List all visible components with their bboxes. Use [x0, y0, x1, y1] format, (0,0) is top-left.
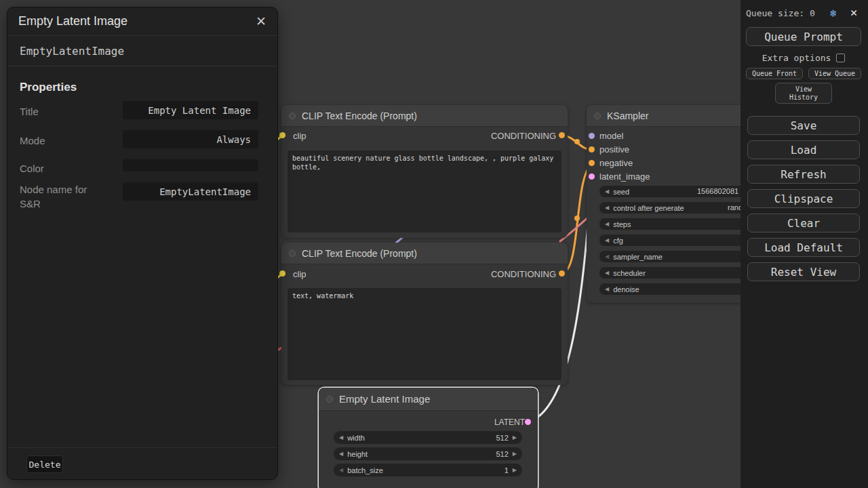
batch-size-widget[interactable]: ◀ batch_size 1 ▶ [334, 464, 522, 476]
model-input-dot[interactable] [589, 133, 595, 139]
decrement-arrow-icon[interactable]: ◀ [605, 188, 609, 195]
node-title: KSampler [607, 110, 648, 121]
prompt-textarea[interactable]: beautiful scenery nature glass bottle la… [288, 150, 561, 232]
queue-size-label: Queue size: 0 [746, 8, 815, 18]
positive-input-dot[interactable] [589, 146, 595, 152]
decrement-arrow-icon[interactable]: ◀ [605, 205, 609, 211]
delete-button[interactable]: Delete [26, 455, 63, 473]
mode-field-label: Mode [20, 134, 94, 148]
input-slot-label: negative [599, 158, 633, 168]
output-slot-label: CONDITIONING [491, 131, 556, 141]
close-icon[interactable]: ✕ [850, 5, 857, 19]
load-button[interactable]: Load [747, 140, 860, 159]
node-title: CLIP Text Encode (Prompt) [302, 110, 417, 121]
collapse-dot-icon[interactable] [594, 113, 601, 119]
conditioning-output-dot[interactable] [559, 270, 565, 277]
clip-input-dot[interactable] [279, 132, 285, 138]
divider [7, 447, 277, 448]
height-widget[interactable]: ◀ height 512 ▶ [334, 447, 522, 460]
decrement-arrow-icon[interactable]: ◀ [339, 434, 343, 441]
node-clip-text-encode-1[interactable]: CLIP Text Encode (Prompt) clip CONDITION… [281, 105, 568, 238]
input-slot-label: positive [599, 144, 629, 155]
negative-input-dot[interactable] [589, 160, 595, 166]
decrement-arrow-icon[interactable]: ◀ [605, 286, 609, 292]
node-title: Empty Latent Image [339, 393, 430, 405]
node-clip-text-encode-2[interactable]: CLIP Text Encode (Prompt) clip CONDITION… [281, 243, 568, 385]
extra-options-label: Extra options [762, 53, 831, 63]
link-dot[interactable] [574, 139, 580, 144]
load-default-button[interactable]: Load Default [747, 238, 860, 257]
queue-prompt-button[interactable]: Queue Prompt [746, 27, 861, 46]
color-field[interactable] [123, 159, 258, 171]
mode-field[interactable]: Always [123, 130, 258, 148]
node-header[interactable]: CLIP Text Encode (Prompt) [281, 243, 568, 264]
node-header[interactable]: Empty Latent Image [319, 388, 538, 411]
extra-options-checkbox[interactable] [836, 54, 845, 62]
refresh-button[interactable]: Refresh [747, 165, 860, 184]
node-properties-dialog: Empty Latent Image ✕ EmptyLatentImage Pr… [7, 7, 278, 480]
properties-heading: Properties [20, 81, 77, 94]
close-icon[interactable]: ✕ [256, 14, 267, 29]
prompt-textarea[interactable]: text, watermark [288, 288, 561, 380]
increment-arrow-icon[interactable]: ▶ [513, 434, 517, 441]
dialog-header: Empty Latent Image ✕ [7, 7, 277, 36]
collapse-dot-icon[interactable] [289, 113, 296, 119]
input-slot-label: clip [293, 269, 307, 279]
queue-front-button[interactable]: Queue Front [746, 68, 803, 79]
decrement-arrow-icon[interactable]: ◀ [339, 451, 343, 457]
decrement-arrow-icon[interactable]: ◀ [605, 237, 609, 243]
view-queue-button[interactable]: View Queue [808, 68, 861, 79]
link-dot[interactable] [574, 216, 580, 221]
decrement-arrow-icon[interactable]: ◀ [605, 253, 609, 260]
latent-image-input-dot[interactable] [589, 174, 595, 180]
node-empty-latent-image[interactable]: Empty Latent Image LATENT ◀ width 512 ▶ … [319, 388, 538, 488]
latent-output-dot[interactable] [525, 419, 531, 425]
clip-input-dot[interactable] [279, 270, 285, 277]
node-name-field[interactable]: EmptyLatentImage [123, 182, 258, 201]
input-slot-label: clip [293, 131, 307, 141]
extra-options-row: Extra options [746, 53, 861, 63]
reset-view-button[interactable]: Reset View [747, 262, 860, 281]
decrement-arrow-icon[interactable]: ◀ [605, 270, 609, 276]
clear-button[interactable]: Clear [747, 214, 860, 232]
node-type-subtitle: EmptyLatentImage [7, 36, 277, 66]
title-field[interactable]: Empty Latent Image [123, 101, 258, 119]
width-widget[interactable]: ◀ width 512 ▶ [334, 431, 522, 444]
dialog-title: Empty Latent Image [18, 14, 127, 28]
clipspace-button[interactable]: Clipspace [747, 189, 860, 208]
comfyui-canvas[interactable]: CLIP Text Encode (Prompt) clip CONDITION… [0, 0, 868, 488]
decrement-arrow-icon[interactable]: ◀ [339, 467, 343, 473]
title-field-label: Title [20, 104, 94, 119]
increment-arrow-icon[interactable]: ▶ [513, 467, 517, 473]
output-slot-label: LATENT [494, 418, 525, 427]
settings-icon[interactable]: ❄ [830, 7, 837, 20]
input-slot-label: model [599, 131, 623, 141]
color-field-label: Color [20, 161, 94, 176]
node-title: CLIP Text Encode (Prompt) [302, 248, 417, 259]
collapse-dot-icon[interactable] [326, 396, 333, 403]
input-slot-label: latent_image [599, 171, 650, 182]
node-header[interactable]: CLIP Text Encode (Prompt) [281, 105, 568, 127]
output-slot-label: CONDITIONING [491, 269, 556, 279]
view-history-button[interactable]: View History [775, 83, 832, 104]
save-button[interactable]: Save [747, 116, 860, 135]
comfyui-menu-panel: Queue size: 0 ❄ ✕ Queue Prompt Extra opt… [741, 0, 868, 488]
collapse-dot-icon[interactable] [289, 250, 296, 257]
node-name-field-label: Node name for S&R [20, 182, 94, 211]
decrement-arrow-icon[interactable]: ◀ [605, 221, 609, 227]
conditioning-output-dot[interactable] [559, 132, 565, 138]
increment-arrow-icon[interactable]: ▶ [513, 451, 517, 457]
